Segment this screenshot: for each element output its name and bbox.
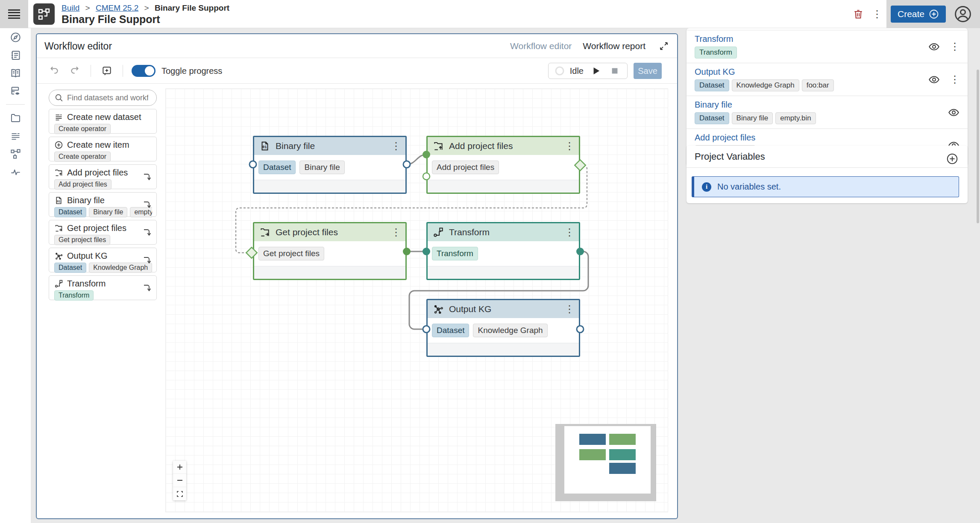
node-menu-button[interactable]: ⋮ (564, 141, 575, 151)
search-icon (54, 93, 64, 102)
node-output-kg[interactable]: Output KG ⋮ Dataset Knowledge Graph (426, 299, 580, 357)
drag-to-canvas-icon[interactable] (142, 228, 152, 238)
zoom-out-button[interactable] (173, 474, 186, 487)
sidebar-item-queries[interactable] (0, 82, 31, 100)
create-button[interactable]: Create (891, 6, 946, 23)
breadcrumb-link-cmem[interactable]: CMEM 25.2 (96, 3, 138, 12)
operator-title: Create new dataset (67, 112, 141, 122)
item-link[interactable]: Output KG (695, 67, 735, 76)
book-open-icon (10, 67, 21, 79)
operator-title: Binary file (67, 196, 105, 205)
header-more-menu-button[interactable]: ⋮ (868, 5, 886, 23)
operator-output-kg[interactable]: Output KG DatasetKnowledge Graphfoo:bar (49, 248, 157, 272)
trash-icon (853, 9, 864, 20)
zoom-in-button[interactable] (173, 461, 186, 474)
item-link[interactable]: Transform (695, 34, 733, 44)
alert-message: No variables set. (717, 182, 781, 192)
dataset-lines-icon (10, 130, 21, 142)
save-button[interactable]: Save (634, 63, 662, 79)
add-note-button[interactable] (100, 61, 114, 80)
folder-up-icon (54, 168, 63, 177)
search-input[interactable] (67, 93, 148, 102)
minimap-viewport (564, 426, 651, 494)
breadcrumb-link-build[interactable]: Build (62, 3, 79, 12)
operator-create-new-dataset[interactable]: Create new dataset Create operator (49, 109, 157, 134)
drag-to-canvas-icon[interactable] (142, 283, 152, 293)
user-avatar-button[interactable] (952, 3, 974, 25)
item-menu-button[interactable]: ⋮ (949, 72, 961, 87)
operator-chip: Add project files (54, 179, 111, 190)
sidebar-item-projects[interactable] (0, 109, 31, 127)
tab-workflow-report[interactable]: Workflow report (583, 41, 646, 51)
breadcrumb-separator: > (144, 3, 149, 12)
fit-view-icon (176, 490, 184, 498)
eye-icon (928, 41, 940, 53)
tab-workflow-editor[interactable]: Workflow editor (510, 41, 572, 51)
show-item-button[interactable] (946, 105, 961, 120)
node-title: Transform (449, 227, 559, 237)
item-menu-button[interactable]: ⋮ (949, 39, 961, 54)
node-footer (428, 343, 579, 356)
sidebar-item-explore[interactable] (0, 28, 31, 46)
add-variable-button[interactable] (943, 149, 962, 168)
drag-to-canvas-icon[interactable] (142, 255, 152, 266)
sidebar-item-datasets[interactable] (0, 127, 31, 145)
operator-create-new-item[interactable]: Create new item Create operator (49, 137, 157, 161)
plus-circle-icon (946, 152, 959, 165)
palette-search[interactable] (49, 90, 157, 106)
toggle-progress-switch[interactable] (132, 65, 156, 77)
drag-to-canvas-icon[interactable] (142, 200, 152, 210)
app-logo[interactable] (33, 3, 55, 25)
toolbar-divider (123, 65, 123, 77)
status-idle-icon (555, 66, 565, 76)
sidebar-item-ontology[interactable] (0, 64, 31, 82)
minimap-node (579, 449, 606, 460)
hamburger-menu-button[interactable] (0, 0, 28, 28)
node-add-project-files[interactable]: Add project files ⋮ Add project files (426, 136, 580, 194)
run-workflow-button[interactable] (589, 64, 603, 78)
node-menu-button[interactable]: ⋮ (564, 304, 575, 314)
node-menu-button[interactable]: ⋮ (391, 227, 401, 237)
sidebar-item-workflows[interactable] (0, 145, 31, 163)
item-chip: Transform (695, 47, 737, 58)
sidebar-item-vocabularies[interactable] (0, 46, 31, 64)
sidebar-item-activities[interactable] (0, 163, 31, 181)
item-link[interactable]: Add project files (695, 133, 755, 142)
item-chip: Binary file (732, 112, 773, 124)
toolbar-divider (91, 65, 91, 77)
item-chip: Dataset (695, 79, 729, 91)
fit-view-button[interactable] (173, 487, 186, 500)
operator-add-project-files[interactable]: Add project files Add project files (49, 164, 157, 189)
minimap-node (609, 463, 636, 474)
top-header: Build > CMEM 25.2 > Binary File Support … (0, 0, 980, 28)
editor-toolbar: Toggle progress Idle Save (37, 58, 677, 84)
operator-chip: Create operator (54, 124, 111, 134)
plus-icon (176, 463, 184, 471)
node-menu-button[interactable]: ⋮ (564, 227, 575, 237)
molecule-icon (54, 251, 63, 260)
workflow-canvas[interactable]: 01 Binary file ⋮ Dataset Binary file Add… (165, 88, 668, 512)
show-item-button[interactable] (927, 72, 941, 87)
page-scrollbar[interactable] (977, 70, 979, 223)
node-binary-file[interactable]: 01 Binary file ⋮ Dataset Binary file (253, 136, 407, 194)
node-footer (428, 180, 579, 193)
operator-binary-file[interactable]: 01 Binary file DatasetBinary fileempty.b… (49, 192, 157, 217)
redo-icon (69, 65, 80, 76)
undo-button[interactable] (47, 61, 62, 80)
redo-button[interactable] (67, 61, 82, 80)
minus-icon (176, 476, 184, 484)
item-chip: empty.bin (775, 112, 816, 124)
expand-fullscreen-button[interactable] (657, 39, 671, 53)
node-menu-button[interactable]: ⋮ (391, 141, 401, 151)
stop-workflow-button[interactable] (608, 64, 621, 77)
node-transform[interactable]: Transform ⋮ Transform (426, 222, 580, 280)
operator-transform[interactable]: Transform Transform (49, 275, 157, 300)
drag-to-canvas-icon[interactable] (142, 172, 152, 182)
canvas-minimap[interactable] (555, 424, 656, 501)
item-link[interactable]: Binary file (695, 100, 732, 109)
show-item-button[interactable] (927, 39, 941, 54)
node-get-project-files[interactable]: Get project files ⋮ Get project files (253, 222, 407, 280)
delete-workflow-button[interactable] (849, 5, 868, 23)
operator-get-project-files[interactable]: Get project files Get project files (49, 220, 157, 245)
operator-chip: Binary file (89, 207, 127, 217)
